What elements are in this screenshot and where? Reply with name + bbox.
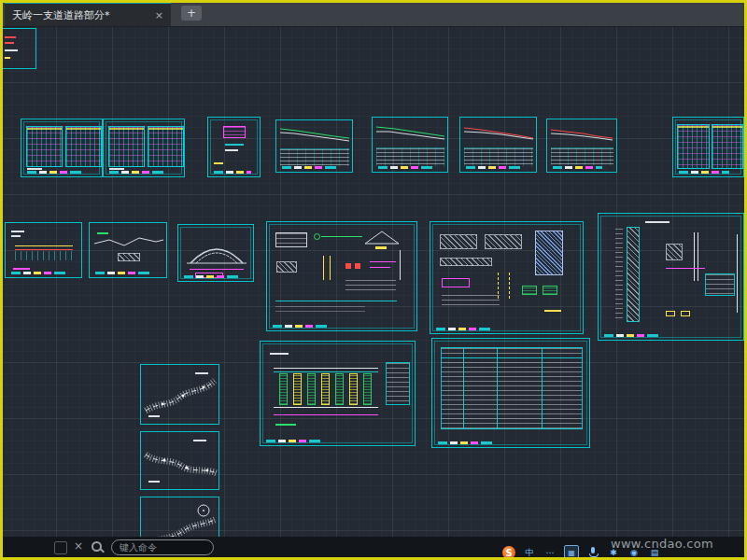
table-header-line [441,357,583,358]
data-table [65,126,102,167]
sheet-table-2[interactable] [103,119,185,177]
note-text-block [275,306,365,315]
handwriting-icon[interactable]: ✱ [607,546,620,559]
sheet-table-1[interactable] [21,119,103,177]
linework [375,246,387,249]
base-line [274,407,378,408]
linework [5,49,18,51]
ime-chinese-mode-icon[interactable]: 中 [523,546,536,559]
title-block [282,166,336,169]
wall-hatch [627,227,640,322]
title-block [466,166,520,169]
new-tab-button[interactable]: + [181,6,202,21]
commandline-close-icon[interactable]: × [74,539,83,553]
title-block [604,334,709,337]
linework [15,245,73,246]
pier-hatch [307,373,316,405]
linework [225,149,238,151]
ime-punctuation-icon[interactable]: ⋯ [543,546,557,559]
linework [148,415,160,417]
sheet-plan-1[interactable] [140,364,219,425]
sheet-arch-culvert[interactable] [177,224,254,282]
file-tab-active[interactable]: 天岭一支道道路部分* × [5,2,171,26]
sheet-bridge-elevation[interactable] [260,341,416,446]
sheet-profile-4[interactable] [546,119,617,173]
sheet-cross-section-2[interactable] [89,222,167,278]
sheet-detail-large-1[interactable] [266,221,417,331]
sheet-profile-2[interactable] [372,117,448,173]
data-table [108,126,145,167]
command-input[interactable] [111,539,214,555]
title-block [95,272,150,274]
data-table [712,124,743,169]
sheet-small-detail[interactable] [207,117,261,177]
table-highlight [712,126,742,128]
linework [195,372,208,374]
title-block [378,166,432,169]
sheet-detail-large-2[interactable] [430,221,584,334]
title-block [273,325,380,328]
sheet-profile-3[interactable] [459,117,537,173]
data-table [677,124,710,169]
mic-icon[interactable] [586,546,599,559]
tick-scale [615,229,623,322]
hatch-block [440,234,477,249]
sogou-ime-logo-icon[interactable]: S [502,546,515,559]
hatch-block [666,244,683,260]
pier-hatch [363,373,372,405]
file-tab-bar: 天岭一支道道路部分* × + [0,0,747,27]
title-block [184,275,238,278]
profile-band [464,147,533,166]
table-highlight [27,128,62,130]
hatch-block [543,286,557,295]
linework [109,168,124,170]
quantity-table-body [441,347,583,429]
table-divider [542,347,543,429]
linework [544,310,561,312]
note-text-block [345,280,396,293]
sheet-profile-1[interactable] [275,119,353,173]
gable-linework [364,230,400,245]
sheet-corner-partial[interactable] [0,28,36,69]
profile-curve [376,122,445,145]
linework [225,144,244,146]
linework [330,256,331,280]
title-block [436,328,545,330]
table-highlight [678,126,709,128]
sheet-retaining-wall[interactable] [598,213,744,341]
linework [737,234,738,313]
road-alignment [142,438,219,484]
title-block [214,171,251,174]
linework [270,353,289,355]
drawing-canvas[interactable] [0,26,747,537]
pier-hatch [279,373,288,405]
sheet-quantity-table[interactable] [431,338,590,448]
search-icon[interactable] [91,540,105,554]
linework [323,256,324,280]
sheet-plan-2[interactable] [140,431,219,490]
road-alignment [142,370,219,418]
linework [509,273,510,299]
linework [275,301,397,301]
emoji-picker-icon[interactable]: ◉ [627,546,641,559]
toolbox-icon[interactable]: ▤ [648,546,661,559]
hatch-block [440,258,492,266]
linework [275,424,296,426]
tab-close-icon[interactable]: × [155,9,163,21]
search-handle [100,549,105,553]
linework [355,263,360,269]
title-block [109,171,167,174]
table-divider [497,347,498,429]
sheet-table-3[interactable] [672,117,744,177]
commandline-grip-icon[interactable] [54,541,67,554]
keyboard-icon[interactable]: ▦ [564,545,579,560]
linework [645,221,669,223]
sheet-cross-section-1[interactable] [5,222,82,278]
profile-curve [280,125,350,146]
mini-table [705,273,735,296]
mini-table [386,362,410,405]
profile-band [280,148,349,166]
dimension-line [370,267,390,268]
title-block [266,440,377,442]
dimension-line [190,269,244,270]
